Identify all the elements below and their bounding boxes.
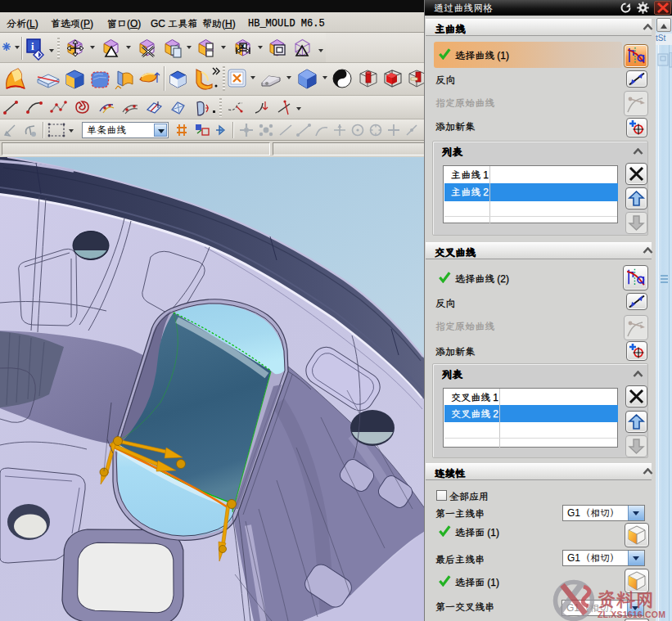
svg-text:x: x xyxy=(241,43,244,48)
svg-text:资料网: 资料网 xyxy=(597,587,655,612)
svg-text:ZL.XS1616.COM: ZL.XS1616.COM xyxy=(598,610,665,619)
svg-text:i: i xyxy=(31,40,34,52)
